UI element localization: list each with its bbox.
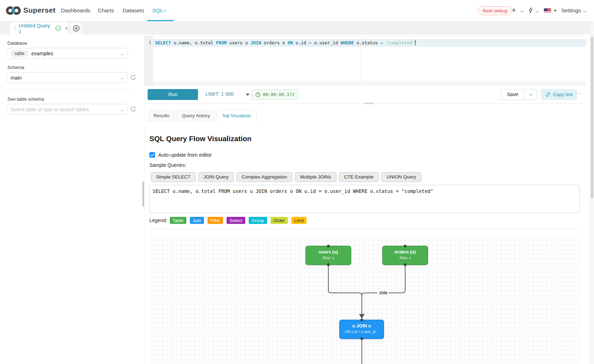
editor-gutter: 1 [144, 36, 153, 85]
sql-token: o.status [354, 40, 380, 45]
language-flag-icon[interactable] [544, 8, 551, 13]
sample-simple-select-button[interactable]: Simple SELECT [151, 172, 196, 182]
sql-token: JOIN [250, 40, 261, 45]
query-tab-bar: Untitled Query 1 × [0, 21, 594, 34]
editor-code-area[interactable]: SELECT u.name, o.total FROM users u JOIN… [153, 36, 586, 85]
query-tab[interactable]: Untitled Query 1 × [9, 22, 68, 34]
page-scrollbar[interactable] [590, 21, 594, 364]
sql-visualizer-panel: SQL Query Flow Visualization Auto-update… [144, 122, 586, 364]
more-options-button[interactable]: ··· [575, 90, 582, 97]
superset-logo-icon[interactable] [6, 6, 22, 15]
schema-label: Schema [7, 65, 24, 70]
environment-badge: flask-debug [478, 6, 512, 15]
node-handle[interactable] [360, 319, 363, 321]
flow-edges [149, 237, 580, 364]
add-query-tab-button[interactable] [70, 22, 82, 34]
sql-token: o.user_id [311, 40, 341, 45]
timer-value: 00:00:00.372 [263, 92, 295, 97]
caret-down-icon[interactable] [246, 94, 249, 96]
nav-charts[interactable]: Charts [98, 7, 114, 14]
edge-label-join: JOIN [377, 291, 388, 295]
app-header: Superset Dashboards Charts Datasets SQL … [0, 0, 594, 21]
brand-title: Superset [23, 6, 55, 14]
splitter-drag-handle[interactable] [142, 181, 144, 207]
editor-hscrollbar[interactable] [153, 81, 586, 84]
sql-lab-sidebar: Database sqlite examples Schema main See… [0, 34, 142, 364]
lightning-bolt-icon[interactable] [528, 7, 533, 14]
sample-queries-label: Sample Queries: [149, 162, 186, 168]
tab-query-history[interactable]: Query history [176, 110, 216, 122]
sql-token: ON [287, 40, 293, 45]
table-schema-label: See table schema [7, 96, 44, 102]
table-select[interactable]: Select table or type to search tables [7, 104, 128, 115]
flow-canvas[interactable]: users (u) Alias: u orders (o) Alias: o u… [149, 237, 580, 364]
sample-complex-aggregation-button[interactable]: Complex Aggregation [236, 172, 292, 182]
legend-badge-select: Select [227, 217, 245, 224]
auto-update-row: Auto-update from editor [149, 152, 212, 158]
scrollbar-thumb[interactable] [591, 37, 593, 199]
flow-node-users[interactable]: users (u) Alias: u [305, 246, 351, 265]
sql-token: FROM [216, 40, 227, 45]
sql-token: u.id [293, 40, 309, 45]
close-tab-icon[interactable]: × [65, 26, 68, 31]
refresh-schema-icon[interactable] [130, 74, 136, 81]
node-handle[interactable] [404, 263, 407, 266]
caret-down-icon[interactable] [554, 10, 557, 12]
tab-sql-visualizer[interactable]: Sql Visualizer [217, 110, 257, 122]
limit-dropdown[interactable]: LIMIT: 1 000 [205, 91, 234, 97]
settings-menu[interactable]: Settings [561, 7, 581, 14]
save-button[interactable]: Save [501, 89, 525, 100]
sql-token [383, 40, 386, 45]
nav-dashboards[interactable]: Dashboards [61, 7, 91, 14]
node-handle[interactable] [327, 263, 330, 266]
node-handle[interactable] [404, 245, 407, 247]
sql-input-textarea[interactable]: SELECT u.name, o.total FROM users u JOIN… [149, 185, 580, 213]
text-cursor [415, 40, 416, 45]
flow-node-join[interactable]: u JOIN o ON u.id = o.user_id... [339, 320, 384, 339]
sql-token: SELECT [155, 40, 171, 45]
refresh-tables-icon[interactable] [130, 106, 136, 112]
sql-editor-pane: 1 SELECT u.name, o.total FROM users u JO… [144, 34, 586, 364]
sample-multiple-joins-button[interactable]: Multiple JOINs [295, 172, 336, 182]
sql-token: u.name, o.total [171, 40, 216, 45]
sql-token: orders o [261, 40, 287, 45]
sample-union-query-button[interactable]: UNION Query [381, 172, 421, 182]
sql-token: "completed" [386, 40, 415, 45]
table-select-placeholder: Select table or type to search tables [11, 107, 89, 112]
chevron-down-icon[interactable] [520, 9, 524, 13]
node-subtitle: ON u.id = o.user_id... [340, 330, 384, 334]
limit-label: LIMIT: [205, 91, 219, 97]
run-button[interactable]: Run [148, 89, 198, 100]
copy-link-button[interactable]: Copy link [541, 89, 577, 100]
nav-sql[interactable]: SQL [152, 7, 163, 14]
save-dropdown-button[interactable] [524, 89, 537, 100]
node-subtitle: Alias: u [306, 256, 351, 260]
nav-datasets[interactable]: Datasets [123, 7, 144, 14]
editor-toolbar: Run LIMIT: 1 000 00:00:00.372 Save Copy … [144, 89, 586, 100]
results-pane-drag-handle[interactable] [364, 102, 374, 104]
sample-cte-example-button[interactable]: CTE Example [339, 172, 379, 182]
flow-node-orders[interactable]: orders (o) Alias: o [382, 246, 428, 265]
results-tabs: Results Query history Sql Visualizer [148, 110, 257, 122]
sql-code-line: SELECT u.name, o.total FROM users u JOIN… [155, 39, 416, 47]
tab-results[interactable]: Results [148, 110, 175, 122]
auto-update-label: Auto-update from editor [158, 152, 212, 158]
node-handle[interactable] [360, 337, 363, 340]
chevron-down-icon[interactable] [536, 9, 539, 13]
schema-select[interactable]: main [7, 72, 128, 83]
auto-update-checkbox[interactable] [149, 152, 155, 158]
drag-handle-icon[interactable] [14, 26, 16, 31]
sample-join-query-button[interactable]: JOIN Query [198, 172, 234, 182]
sql-code-editor[interactable]: 1 SELECT u.name, o.total FROM users u JO… [144, 36, 586, 86]
query-tab-title[interactable]: Untitled Query 1 [19, 23, 53, 34]
legend-label: Legend: [149, 218, 167, 223]
new-item-button[interactable]: + [512, 6, 516, 15]
chevron-down-icon [529, 92, 532, 96]
database-engine-badge: sqlite [11, 50, 28, 57]
chevron-down-icon [583, 9, 587, 13]
clock-icon [255, 92, 260, 97]
copy-link-label: Copy link [553, 92, 573, 97]
node-handle[interactable] [327, 245, 330, 247]
database-select[interactable]: sqlite examples [7, 48, 128, 59]
legend-badge-order: Order [271, 217, 288, 224]
